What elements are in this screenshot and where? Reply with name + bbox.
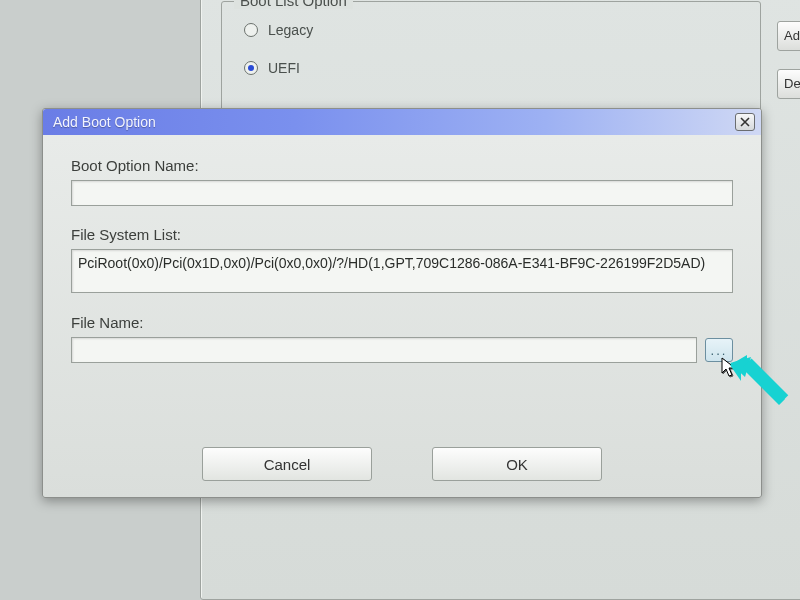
radio-uefi[interactable]: UEFI [244,54,760,82]
radio-uefi-label: UEFI [268,60,300,76]
boot-list-option-group: Boot List Option Legacy UEFI [221,1,761,121]
dialog-body: Boot Option Name: File System List: File… [43,135,761,373]
dialog-title: Add Boot Option [53,114,735,130]
group-title: Boot List Option [234,0,353,9]
ok-button[interactable]: OK [432,447,602,481]
dialog-button-row: Cancel OK [43,447,761,481]
cancel-button[interactable]: Cancel [202,447,372,481]
file-system-list-label: File System List: [71,226,733,243]
radio-legacy-label: Legacy [268,22,313,38]
close-button[interactable] [735,113,755,131]
file-name-label: File Name: [71,314,733,331]
close-icon [740,114,750,130]
ellipsis-icon: ... [711,343,728,358]
browse-button[interactable]: ... [705,338,733,362]
file-name-input[interactable] [71,337,697,363]
boot-option-name-input[interactable] [71,180,733,206]
dialog-titlebar: Add Boot Option [43,109,761,135]
boot-option-name-label: Boot Option Name: [71,157,733,174]
bg-button-column: Ad De [777,21,800,99]
radio-icon [244,23,258,37]
add-boot-option-dialog: Add Boot Option Boot Option Name: File S… [42,108,762,498]
radio-icon [244,61,258,75]
radio-legacy[interactable]: Legacy [244,16,760,44]
file-system-list-box[interactable] [71,249,733,293]
delete-boot-option-button[interactable]: De [777,69,800,99]
add-boot-option-button[interactable]: Ad [777,21,800,51]
